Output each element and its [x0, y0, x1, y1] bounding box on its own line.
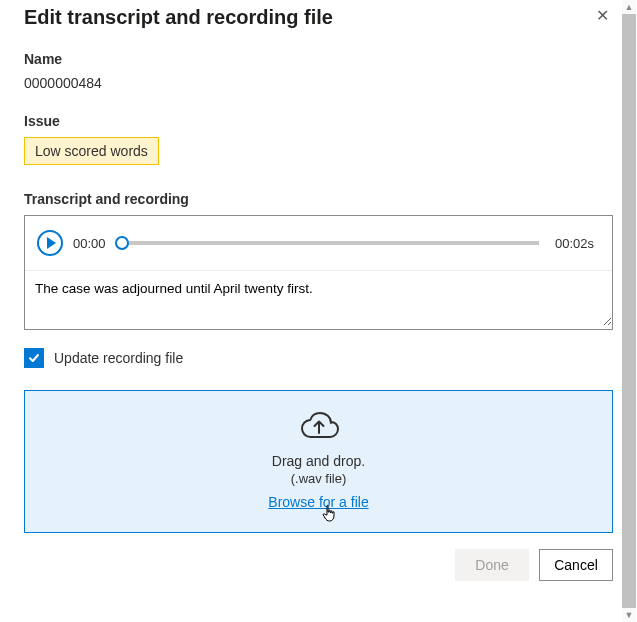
dialog-header: Edit transcript and recording file ✕ [24, 6, 613, 29]
current-time: 00:00 [73, 236, 106, 251]
chevron-down-icon: ▼ [625, 610, 634, 620]
edit-transcript-dialog: Edit transcript and recording file ✕ Nam… [0, 0, 637, 622]
name-label: Name [24, 51, 613, 67]
cancel-button[interactable]: Cancel [539, 549, 613, 581]
chevron-up-icon: ▲ [625, 2, 634, 12]
cloud-upload-icon [297, 409, 341, 443]
update-recording-label[interactable]: Update recording file [54, 350, 183, 366]
issue-label: Issue [24, 113, 613, 129]
transcript-label: Transcript and recording [24, 191, 613, 207]
seek-thumb[interactable] [115, 236, 129, 250]
issue-tag: Low scored words [24, 137, 159, 165]
name-value: 0000000484 [24, 75, 613, 91]
done-button[interactable]: Done [455, 549, 529, 581]
transcript-recording-box: 00:00 00:02s [24, 215, 613, 330]
duration-time: 00:02s [555, 236, 594, 251]
close-button[interactable]: ✕ [592, 6, 613, 26]
close-icon: ✕ [596, 7, 609, 24]
browse-file-link[interactable]: Browse for a file [268, 494, 368, 510]
update-recording-checkbox[interactable] [24, 348, 44, 368]
checkmark-icon [27, 351, 41, 365]
play-button[interactable] [37, 230, 63, 256]
dialog-footer: Done Cancel [24, 549, 613, 587]
seek-track[interactable] [122, 241, 539, 245]
audio-player: 00:00 00:02s [25, 216, 612, 270]
update-recording-row: Update recording file [24, 348, 613, 368]
dropzone-filetype: (.wav file) [291, 471, 347, 486]
scroll-down-button[interactable]: ▼ [622, 608, 636, 622]
dropzone-text: Drag and drop. [272, 453, 365, 469]
dialog-title: Edit transcript and recording file [24, 6, 333, 29]
transcript-textarea[interactable] [25, 270, 612, 326]
vertical-scrollbar[interactable]: ▲ ▼ [622, 0, 636, 622]
scroll-up-button[interactable]: ▲ [622, 0, 636, 14]
file-dropzone[interactable]: Drag and drop. (.wav file) Browse for a … [24, 390, 613, 533]
scrollbar-thumb[interactable] [622, 14, 636, 608]
